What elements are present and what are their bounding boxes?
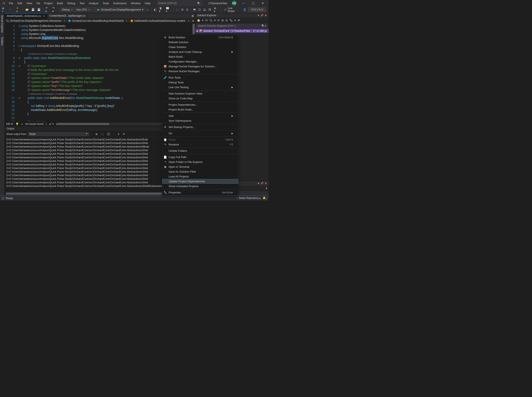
tb-icon-9[interactable]: 🕮 xyxy=(202,8,207,12)
dropdown-icon[interactable]: ▾ xyxy=(258,14,259,17)
preview-button[interactable]: PREVIEW xyxy=(248,7,266,12)
gear-icon[interactable]: ⚙ xyxy=(191,14,194,18)
ctx-add[interactable]: Add▶ xyxy=(162,113,238,118)
doc-tab[interactable]: ContentItemDi...layManager.cs xyxy=(47,13,88,19)
ctx-save-as-solution-filter[interactable]: Save As Solution Filter xyxy=(162,169,238,174)
menu-edit[interactable]: Edit xyxy=(15,1,24,6)
ctx-set-startup-projects-[interactable]: ⚙Set Startup Projects... xyxy=(162,125,238,130)
menu-tools[interactable]: Tools xyxy=(101,1,111,6)
tb-icon-8[interactable]: ◫ xyxy=(197,7,202,12)
start-debug-button[interactable]: ▶OrchardCore.DisplayManagement▾ xyxy=(96,7,145,12)
ctx-open-folder-in-file-explorer[interactable]: ↗Open Folder in File Explorer xyxy=(162,160,238,164)
ctx-update-project-dependencies[interactable]: Update Project Dependencies xyxy=(162,179,238,184)
lightbulb-icon[interactable]: 💡 xyxy=(16,123,19,125)
menu-view[interactable]: View xyxy=(24,1,34,6)
close-panel-icon[interactable]: ✕ xyxy=(265,14,267,17)
ctx-open-in-terminal[interactable]: ▣Open in Terminal xyxy=(162,164,238,169)
se-collapse-icon[interactable]: ⊟ xyxy=(221,18,224,22)
doc-tab[interactable]: ModelStateDi...Extensions.cs✕ xyxy=(5,13,47,19)
tb-icon-5[interactable]: ⊞ xyxy=(180,7,184,12)
tb-icon-10[interactable]: ⛓ xyxy=(208,8,212,12)
ctx-configuration-manager-[interactable]: Configuration Manager... xyxy=(162,59,238,64)
se-preview-icon[interactable]: 👁 xyxy=(237,19,241,22)
ctx-sync-namespaces[interactable]: Sync Namespaces xyxy=(162,118,238,123)
ctx-build-solution[interactable]: ⚙Build SolutionCtrl+Shift+B xyxy=(162,35,238,40)
ctx-restore-nuget-packages[interactable]: ↻Restore NuGet Packages xyxy=(162,69,238,74)
open-button[interactable]: 📂 xyxy=(24,7,30,12)
ctx-git[interactable]: Git▶ xyxy=(162,131,238,136)
tb-icon-4[interactable]: ⬚ xyxy=(175,7,180,12)
ctx-rename[interactable]: ✎RenameF2 xyxy=(162,142,238,147)
menu-test[interactable]: Test xyxy=(77,1,87,6)
se-properties-icon[interactable]: 🔧 xyxy=(229,18,233,22)
menu-help[interactable]: Help xyxy=(143,1,153,6)
maximize-button[interactable]: ▢ xyxy=(248,0,258,6)
nav-back-button[interactable]: ◉ ▾ xyxy=(1,6,7,13)
start-without-debug-button[interactable]: ▷ xyxy=(146,7,150,12)
close-tab-icon[interactable]: ✕ xyxy=(43,14,45,18)
platform-combo[interactable]: Any CPU▼ xyxy=(75,7,95,12)
ctx-run-tests[interactable]: 🧪Run Tests xyxy=(162,75,238,80)
quick-search[interactable]: Search (Ctrl+Q) 🔍 xyxy=(157,1,202,6)
ctx-live-unit-testing[interactable]: Live Unit Testing▶ xyxy=(162,85,238,90)
output-icon-5[interactable]: ✕ xyxy=(122,132,126,136)
tb-icon-1[interactable]: ◧ xyxy=(153,7,157,12)
menu-file[interactable]: File xyxy=(7,1,15,6)
brush-icon[interactable]: 🖌 ▾ xyxy=(49,123,54,125)
server-explorer-tab[interactable]: Server Explorer xyxy=(0,13,4,35)
nav-fwd-button[interactable]: → xyxy=(8,8,13,12)
se-refresh-icon[interactable]: ⟳ xyxy=(217,18,220,22)
tb-icon-2[interactable]: ◨ ▾ xyxy=(158,6,165,13)
nav-class[interactable]: 🔷 OrchardCore.Mvc.ModelBinding.ModelStat… xyxy=(67,19,129,22)
save-button[interactable]: 💾 xyxy=(30,7,36,12)
menu-analyze[interactable]: Analyze xyxy=(86,1,100,6)
menu-extensions[interactable]: Extensions xyxy=(111,1,129,6)
output-icon-1[interactable]: ≣ xyxy=(94,132,99,136)
live-share-button[interactable]: ⬀ Live Share xyxy=(222,7,242,13)
redo-button[interactable]: ↷ ▾ xyxy=(51,6,58,13)
se-home-icon[interactable]: 🏠 xyxy=(196,18,201,22)
save-all-button[interactable]: 💾 xyxy=(36,7,42,12)
close-icon[interactable]: ✕ xyxy=(265,182,267,185)
tb-icon-6[interactable]: ⊟ xyxy=(185,7,190,12)
ctx-project-dependencies-[interactable]: Project Dependencies... xyxy=(162,102,238,107)
split-icon[interactable]: ✦ xyxy=(191,19,195,23)
ctx-clean-solution[interactable]: Clean Solution xyxy=(162,45,238,50)
close-button[interactable]: ✕ xyxy=(258,0,268,6)
ctx-unhide-folders[interactable]: Unhide Folders xyxy=(162,149,238,153)
ctx-show-on-code-map[interactable]: Show on Code Map xyxy=(162,96,238,101)
minimize-button[interactable]: ─ xyxy=(239,0,248,6)
menu-project[interactable]: Project xyxy=(42,1,55,6)
pin-icon[interactable]: 📌 xyxy=(260,14,263,17)
menu-window[interactable]: Window xyxy=(129,1,143,6)
ctx-analyze-and-code-cleanup[interactable]: Analyze and Code Cleanup▶ xyxy=(162,50,238,54)
notifications-icon[interactable]: 🔔2 xyxy=(263,196,267,200)
ctx-debug-tests[interactable]: Debug Tests xyxy=(162,80,238,85)
ctx-new-solution-explorer-view[interactable]: New Solution Explorer View xyxy=(162,91,238,96)
dropdown-icon[interactable]: ▾ xyxy=(258,182,259,185)
tb-icon-11[interactable]: ≣ ▾ xyxy=(213,6,219,13)
feedback-icon[interactable]: 👤 xyxy=(242,7,247,12)
ctx-properties[interactable]: 🔧PropertiesAlt+Enter xyxy=(162,190,238,195)
nav-member[interactable]: 🔶 AddModelError(ModelStateDictionary mod… xyxy=(129,19,191,22)
output-icon-4[interactable]: ≡ xyxy=(116,132,120,136)
zoom-level[interactable]: 100 % xyxy=(6,123,13,125)
nav-project[interactable]: 📎 OrchardCore.DisplayManagement.Abstract… xyxy=(5,19,67,22)
se-search[interactable]: Search Solution Explorer (Ctrl+;) 🔍▾ xyxy=(196,24,268,28)
output-from-combo[interactable]: Build▼ xyxy=(28,132,89,136)
source-control-button[interactable]: ↑ Select Repository ▴ xyxy=(237,197,261,199)
output-icon-2[interactable]: ⬚ xyxy=(100,132,104,136)
se-showall-icon[interactable]: ⊡ xyxy=(225,18,228,22)
output-icon-3[interactable]: ⬛ xyxy=(106,132,111,136)
ctx-load-all-projects[interactable]: Load All Projects xyxy=(162,174,238,179)
ctx-copy-full-path[interactable]: 📄Copy Full Path xyxy=(162,155,238,160)
se-sync-icon[interactable]: 📎 xyxy=(208,18,213,22)
menu-build[interactable]: Build xyxy=(55,1,65,6)
user-avatar[interactable]: KW xyxy=(232,1,237,6)
config-combo[interactable]: Debug▼ xyxy=(60,7,74,12)
pin-icon[interactable]: 📌 xyxy=(260,182,263,185)
ctx-project-build-order-[interactable]: Project Build Order... xyxy=(162,107,238,112)
solution-root[interactable]: ▸📦Solution 'OrchardCore' ('17SolutionFil… xyxy=(196,29,269,33)
tb-icon-7[interactable]: ⬒ xyxy=(192,7,197,12)
tb-icon-3[interactable]: 📰 ▾ xyxy=(165,6,172,13)
